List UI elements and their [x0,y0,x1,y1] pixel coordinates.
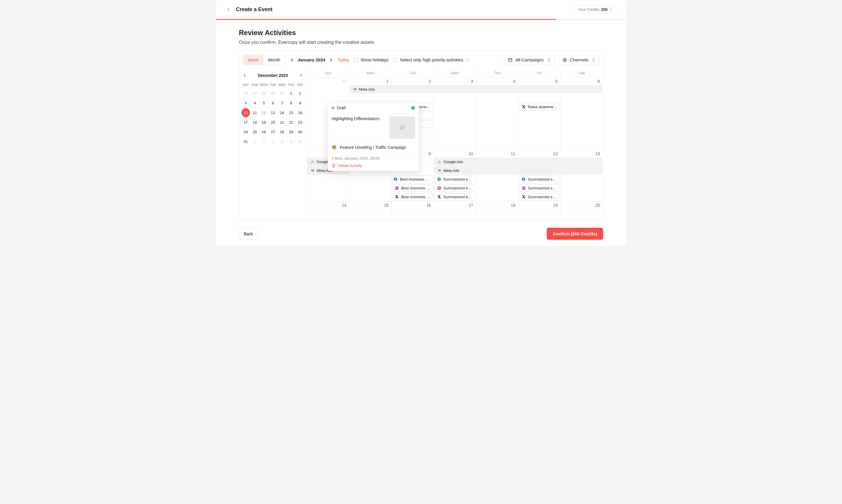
day-cell[interactable]: 14 [307,202,350,215]
mini-prev-icon[interactable] [243,73,247,77]
campaign-bar[interactable]: Meta Ads [434,167,602,174]
mini-day[interactable]: 5 [287,137,295,146]
mini-day[interactable]: 24 [241,127,250,137]
day-cell[interactable]: 16 [392,202,434,215]
mini-day[interactable]: 6 [296,137,304,146]
mini-day[interactable]: 2 [259,137,268,146]
activity-chip[interactable]: Summarized event e... [434,175,476,183]
mini-next-icon[interactable] [299,73,303,77]
today-link[interactable]: Today [338,57,350,62]
mini-day[interactable]: 18 [251,118,259,127]
mini-day[interactable]: 11 [251,108,259,117]
mini-day[interactable]: 12 [259,108,268,117]
mini-day[interactable]: 17 [241,118,250,127]
facebook-icon [411,106,415,110]
mini-calendar: December 2023 SATSUNMONTUEWEDTHUFRI26272… [239,68,307,220]
mini-day[interactable]: 4 [278,137,286,146]
campaign-bar[interactable]: Meta Ads [350,85,602,93]
day-number: 5 [555,79,558,84]
mini-day[interactable]: 27 [251,89,259,98]
day-cell[interactable]: 17 [434,202,476,215]
mini-day[interactable]: 6 [269,98,277,108]
checkbox-icon [393,58,398,62]
checkbox-icon [354,58,358,62]
page-subtitle: Once you confirm, Evercopy will start cr… [239,40,603,45]
day-cell[interactable]: 19 [518,202,561,215]
credits-pill: Your Credits: 250 [574,5,616,14]
view-month-button[interactable]: Month [264,55,285,65]
mini-day[interactable]: 5 [259,98,268,108]
day-cell[interactable]: 18 [476,202,518,215]
month-label: January 2024 [298,57,325,62]
activity-chip[interactable]: Raise awareness ab... [519,103,560,110]
mini-day[interactable]: 2 [296,89,304,98]
high-priority-checkbox[interactable]: Select only high priority activities ? [393,57,470,62]
mini-day[interactable]: 30 [296,127,304,137]
mini-day[interactable]: 21 [278,118,286,127]
mini-day[interactable]: 15 [287,108,295,117]
mini-day[interactable]: 20 [269,118,277,127]
mini-day[interactable]: 28 [259,89,268,98]
mini-day[interactable]: 3 [241,98,250,108]
back-button[interactable]: Back [239,228,258,240]
activity-chip[interactable]: Best moments and i... [392,175,433,183]
info-icon[interactable]: ? [465,58,469,62]
day-number: 3 [471,79,473,84]
mini-dow-header: WED [278,81,286,88]
mini-day[interactable]: 10 [241,108,250,117]
day-number: 12 [553,151,558,156]
day-number: 9 [429,151,431,156]
activity-chip[interactable]: Summarized event e... [434,193,476,201]
status-indicator [332,106,335,109]
calendar-toolbar: Week Month January 2024 Today Show holid… [239,51,603,68]
show-holidays-checkbox[interactable]: Show holidays [354,57,389,62]
day-cell[interactable]: 20 [560,202,603,215]
activity-chip[interactable]: Summarized event e... [519,184,560,192]
help-icon[interactable] [609,8,612,12]
mini-day[interactable]: 26 [241,89,250,98]
mini-day[interactable]: 30 [278,89,286,98]
activity-chip[interactable]: Summarized event e... [434,184,476,192]
mini-day[interactable]: 29 [269,89,277,98]
mini-day[interactable]: 3 [269,137,277,146]
channels-dropdown[interactable]: Channels [559,55,599,65]
svg-point-27 [401,127,402,127]
mini-day[interactable]: 1 [287,89,295,98]
campaign-bar[interactable]: Google Ads [434,158,602,165]
confirm-button[interactable]: Confirm (250 Credits) [547,228,603,240]
dow-header: Tue [392,68,434,77]
mini-day[interactable]: 26 [259,127,268,137]
next-month-icon[interactable] [328,57,334,62]
mini-day[interactable]: 31 [241,137,250,146]
mini-day[interactable]: 22 [287,118,295,127]
day-cell[interactable]: 15 [350,202,392,215]
chevron-updown-icon [547,58,551,62]
mini-day[interactable]: 4 [251,98,259,108]
mini-day[interactable]: 8 [287,98,295,108]
mini-day[interactable]: 25 [251,127,259,137]
delete-activity-button[interactable]: Delete Activity [332,163,415,168]
mini-day[interactable]: 1 [251,137,259,146]
activity-popover: Draft Highlighting Differentiators 🐯 [328,102,419,171]
activity-chip[interactable]: Summarized event e... [519,193,560,201]
mini-day[interactable]: 28 [278,127,286,137]
mini-day[interactable]: 13 [269,108,277,117]
mini-day[interactable]: 19 [259,118,268,127]
mini-day[interactable]: 9 [296,98,304,108]
mini-day[interactable]: 29 [287,127,295,137]
mini-day[interactable]: 16 [296,108,304,117]
mini-day[interactable]: 27 [269,127,277,137]
campaigns-dropdown[interactable]: All Campaigns [504,55,555,65]
svg-rect-22 [522,186,525,190]
channels-icon [562,58,567,62]
prev-month-icon[interactable] [289,57,295,62]
back-arrow-icon[interactable] [226,7,231,13]
mini-day[interactable]: 14 [278,108,286,117]
show-holidays-label: Show holidays [360,57,389,62]
activity-chip[interactable]: Best moments and i... [392,184,433,192]
mini-day[interactable]: 7 [278,98,286,108]
view-week-button[interactable]: Week [243,55,264,65]
activity-chip[interactable]: Summarized event e... [519,175,560,183]
activity-chip[interactable]: Best moments and i... [392,193,433,201]
mini-day[interactable]: 23 [296,118,304,127]
